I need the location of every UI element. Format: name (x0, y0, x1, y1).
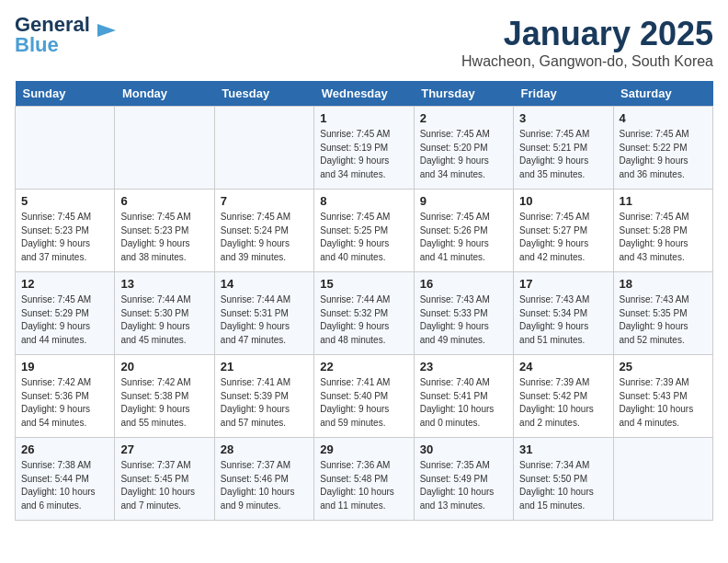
day-number: 25 (620, 360, 707, 373)
calendar-cell (613, 438, 712, 521)
day-number: 23 (420, 360, 507, 373)
calendar-cell: 23Sunrise: 7:40 AM Sunset: 5:41 PM Dayli… (414, 355, 513, 438)
day-number: 12 (21, 277, 108, 291)
day-number: 13 (120, 277, 208, 291)
calendar-cell: 26Sunrise: 7:38 AM Sunset: 5:44 PM Dayli… (16, 438, 115, 521)
calendar-cell: 15Sunrise: 7:44 AM Sunset: 5:32 PM Dayli… (314, 272, 414, 355)
day-number: 10 (519, 194, 607, 208)
calendar-cell (16, 107, 115, 190)
calendar-cell (214, 107, 313, 190)
calendar-cell: 16Sunrise: 7:43 AM Sunset: 5:33 PM Dayli… (414, 272, 513, 355)
calendar-cell: 7Sunrise: 7:45 AM Sunset: 5:24 PM Daylig… (214, 190, 313, 272)
day-number: 8 (320, 194, 407, 208)
cell-info: Sunrise: 7:38 AM Sunset: 5:44 PM Dayligh… (21, 459, 108, 512)
day-number: 17 (519, 277, 607, 291)
day-number: 22 (320, 360, 407, 373)
day-number: 4 (620, 111, 707, 125)
cell-info: Sunrise: 7:44 AM Sunset: 5:32 PM Dayligh… (320, 293, 407, 347)
calendar-cell: 1Sunrise: 7:45 AM Sunset: 5:19 PM Daylig… (314, 107, 414, 190)
day-number: 21 (221, 360, 308, 373)
cell-info: Sunrise: 7:45 AM Sunset: 5:19 PM Dayligh… (320, 128, 407, 181)
day-number: 16 (420, 277, 507, 291)
calendar-cell: 13Sunrise: 7:44 AM Sunset: 5:30 PM Dayli… (115, 272, 214, 355)
calendar-cell: 17Sunrise: 7:43 AM Sunset: 5:34 PM Dayli… (514, 272, 613, 355)
calendar-cell: 4Sunrise: 7:45 AM Sunset: 5:22 PM Daylig… (613, 107, 712, 190)
day-number: 15 (320, 277, 407, 291)
cell-info: Sunrise: 7:45 AM Sunset: 5:21 PM Dayligh… (519, 128, 607, 181)
calendar-week-row: 1Sunrise: 7:45 AM Sunset: 5:19 PM Daylig… (16, 107, 713, 190)
logo-arrow-icon (88, 17, 116, 44)
calendar-cell: 5Sunrise: 7:45 AM Sunset: 5:23 PM Daylig… (16, 190, 115, 272)
day-number: 1 (320, 111, 407, 125)
cell-info: Sunrise: 7:41 AM Sunset: 5:39 PM Dayligh… (221, 376, 308, 430)
logo-blue: Blue (15, 33, 59, 56)
logo: GeneralBlue (15, 15, 116, 55)
cell-info: Sunrise: 7:45 AM Sunset: 5:29 PM Dayligh… (21, 293, 108, 347)
day-number: 6 (120, 194, 208, 208)
calendar-cell: 30Sunrise: 7:35 AM Sunset: 5:49 PM Dayli… (414, 438, 513, 521)
day-number: 18 (620, 277, 707, 291)
cell-info: Sunrise: 7:42 AM Sunset: 5:36 PM Dayligh… (21, 376, 108, 430)
logo-text: GeneralBlue (15, 15, 90, 55)
calendar-cell: 18Sunrise: 7:43 AM Sunset: 5:35 PM Dayli… (613, 272, 712, 355)
day-number: 14 (221, 277, 308, 291)
cell-info: Sunrise: 7:45 AM Sunset: 5:27 PM Dayligh… (519, 211, 607, 264)
cell-info: Sunrise: 7:45 AM Sunset: 5:23 PM Dayligh… (21, 211, 108, 264)
cell-info: Sunrise: 7:40 AM Sunset: 5:41 PM Dayligh… (420, 376, 507, 430)
cell-info: Sunrise: 7:45 AM Sunset: 5:26 PM Dayligh… (420, 211, 507, 264)
calendar-week-row: 5Sunrise: 7:45 AM Sunset: 5:23 PM Daylig… (16, 190, 713, 272)
calendar-cell: 6Sunrise: 7:45 AM Sunset: 5:23 PM Daylig… (115, 190, 214, 272)
calendar-week-row: 26Sunrise: 7:38 AM Sunset: 5:44 PM Dayli… (16, 438, 713, 521)
day-number: 27 (120, 442, 208, 456)
header-wednesday: Wednesday (314, 81, 414, 107)
cell-info: Sunrise: 7:44 AM Sunset: 5:31 PM Dayligh… (221, 293, 308, 347)
cell-info: Sunrise: 7:45 AM Sunset: 5:25 PM Dayligh… (320, 211, 407, 264)
day-number: 24 (519, 360, 607, 373)
cell-info: Sunrise: 7:39 AM Sunset: 5:43 PM Dayligh… (620, 376, 707, 430)
svg-marker-0 (97, 24, 116, 37)
calendar-cell: 3Sunrise: 7:45 AM Sunset: 5:21 PM Daylig… (514, 107, 613, 190)
day-number: 20 (120, 360, 208, 373)
day-number: 28 (221, 442, 308, 456)
calendar-cell: 21Sunrise: 7:41 AM Sunset: 5:39 PM Dayli… (214, 355, 313, 438)
day-number: 29 (320, 442, 407, 456)
calendar-cell: 19Sunrise: 7:42 AM Sunset: 5:36 PM Dayli… (16, 355, 115, 438)
cell-info: Sunrise: 7:37 AM Sunset: 5:46 PM Dayligh… (221, 459, 308, 512)
calendar-cell: 20Sunrise: 7:42 AM Sunset: 5:38 PM Dayli… (115, 355, 214, 438)
calendar-table: SundayMondayTuesdayWednesdayThursdayFrid… (15, 81, 713, 521)
calendar-cell: 12Sunrise: 7:45 AM Sunset: 5:29 PM Dayli… (16, 272, 115, 355)
cell-info: Sunrise: 7:42 AM Sunset: 5:38 PM Dayligh… (120, 376, 208, 430)
header-monday: Monday (115, 81, 214, 107)
calendar-cell: 14Sunrise: 7:44 AM Sunset: 5:31 PM Dayli… (214, 272, 313, 355)
cell-info: Sunrise: 7:45 AM Sunset: 5:23 PM Dayligh… (120, 211, 208, 264)
day-number: 30 (420, 442, 507, 456)
cell-info: Sunrise: 7:44 AM Sunset: 5:30 PM Dayligh… (120, 293, 208, 347)
cell-info: Sunrise: 7:41 AM Sunset: 5:40 PM Dayligh… (320, 376, 407, 430)
header-friday: Friday (514, 81, 613, 107)
calendar-cell: 27Sunrise: 7:37 AM Sunset: 5:45 PM Dayli… (115, 438, 214, 521)
title-block: January 2025 Hwacheon, Gangwon-do, South… (461, 15, 713, 70)
cell-info: Sunrise: 7:34 AM Sunset: 5:50 PM Dayligh… (519, 459, 607, 512)
cell-info: Sunrise: 7:45 AM Sunset: 5:24 PM Dayligh… (221, 211, 308, 264)
month-title: January 2025 (461, 15, 713, 53)
calendar-cell: 11Sunrise: 7:45 AM Sunset: 5:28 PM Dayli… (613, 190, 712, 272)
calendar-cell: 2Sunrise: 7:45 AM Sunset: 5:20 PM Daylig… (414, 107, 513, 190)
calendar-cell: 31Sunrise: 7:34 AM Sunset: 5:50 PM Dayli… (514, 438, 613, 521)
day-number: 5 (21, 194, 108, 208)
calendar-cell (115, 107, 214, 190)
calendar-cell: 8Sunrise: 7:45 AM Sunset: 5:25 PM Daylig… (314, 190, 414, 272)
calendar-week-row: 19Sunrise: 7:42 AM Sunset: 5:36 PM Dayli… (16, 355, 713, 438)
day-number: 2 (420, 111, 507, 125)
day-number: 7 (221, 194, 308, 208)
calendar-cell: 22Sunrise: 7:41 AM Sunset: 5:40 PM Dayli… (314, 355, 414, 438)
cell-info: Sunrise: 7:37 AM Sunset: 5:45 PM Dayligh… (120, 459, 208, 512)
day-number: 3 (519, 111, 607, 125)
calendar-cell: 25Sunrise: 7:39 AM Sunset: 5:43 PM Dayli… (613, 355, 712, 438)
header-tuesday: Tuesday (214, 81, 313, 107)
calendar-cell: 9Sunrise: 7:45 AM Sunset: 5:26 PM Daylig… (414, 190, 513, 272)
calendar-cell: 10Sunrise: 7:45 AM Sunset: 5:27 PM Dayli… (514, 190, 613, 272)
cell-info: Sunrise: 7:45 AM Sunset: 5:22 PM Dayligh… (620, 128, 707, 181)
page-header: GeneralBlue January 2025 Hwacheon, Gangw… (15, 15, 713, 70)
cell-info: Sunrise: 7:45 AM Sunset: 5:28 PM Dayligh… (620, 211, 707, 264)
day-number: 19 (21, 360, 108, 373)
